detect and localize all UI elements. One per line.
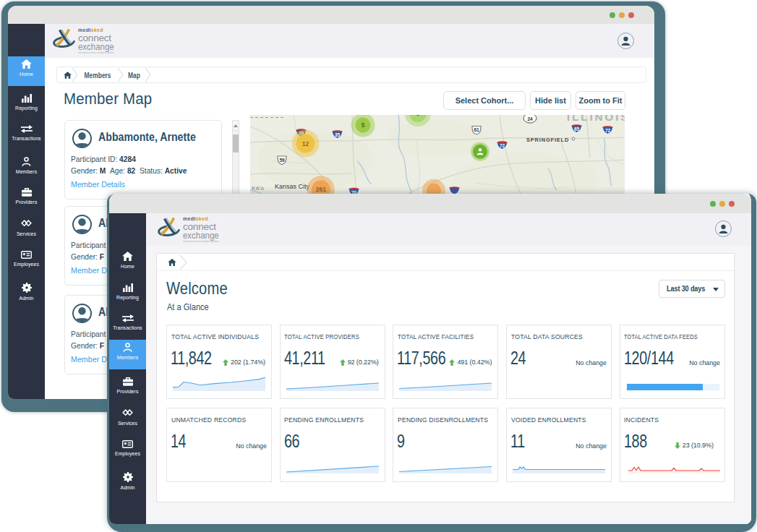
svg-text:65: 65 (574, 126, 580, 132)
svg-text:24: 24 (527, 116, 533, 121)
svg-text:SPRINGFIELD: SPRINGFIELD (526, 137, 569, 143)
svg-text:261: 261 (316, 186, 326, 193)
svg-text:35: 35 (335, 132, 341, 137)
svg-text:72: 72 (500, 143, 505, 148)
svg-text:59: 59 (279, 158, 285, 163)
svg-text:ILLINOIS: ILLINOIS (567, 115, 625, 123)
svg-text:Kansas City: Kansas City (275, 183, 310, 190)
svg-text:5: 5 (362, 121, 365, 129)
svg-text:5: 5 (416, 115, 420, 117)
svg-text:12: 12 (302, 140, 309, 147)
svg-text:72: 72 (605, 128, 611, 133)
svg-text:61: 61 (474, 127, 479, 132)
svg-text:KA'o: KA'o (252, 185, 265, 192)
